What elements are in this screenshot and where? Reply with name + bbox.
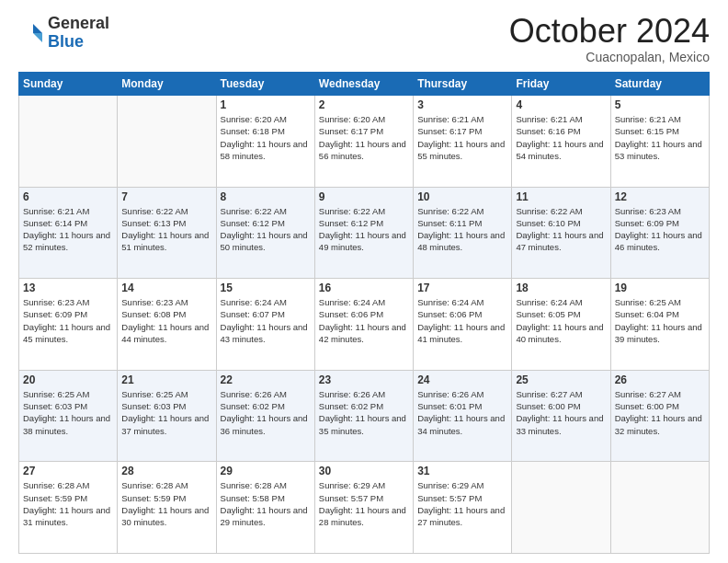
calendar-cell: 14Sunrise: 6:23 AM Sunset: 6:08 PM Dayli… bbox=[118, 279, 216, 371]
page: General Blue October 2024 Cuacnopalan, M… bbox=[0, 0, 728, 563]
calendar-week-row: 1Sunrise: 6:20 AM Sunset: 6:18 PM Daylig… bbox=[19, 96, 710, 188]
day-number: 5 bbox=[615, 98, 705, 111]
day-number: 23 bbox=[319, 373, 409, 386]
cell-info: Sunrise: 6:21 AM Sunset: 6:17 PM Dayligh… bbox=[417, 113, 507, 162]
calendar-cell: 31Sunrise: 6:29 AM Sunset: 5:57 PM Dayli… bbox=[414, 462, 512, 554]
calendar-cell: 11Sunrise: 6:22 AM Sunset: 6:10 PM Dayli… bbox=[512, 187, 610, 279]
cell-info: Sunrise: 6:29 AM Sunset: 5:57 PM Dayligh… bbox=[319, 479, 409, 528]
calendar-cell bbox=[512, 462, 610, 554]
day-number: 13 bbox=[23, 282, 113, 294]
day-number: 10 bbox=[417, 190, 507, 203]
cell-info: Sunrise: 6:27 AM Sunset: 6:00 PM Dayligh… bbox=[615, 388, 705, 437]
cell-info: Sunrise: 6:25 AM Sunset: 6:03 PM Dayligh… bbox=[23, 388, 113, 437]
cell-info: Sunrise: 6:24 AM Sunset: 6:06 PM Dayligh… bbox=[417, 296, 507, 345]
calendar-cell: 17Sunrise: 6:24 AM Sunset: 6:06 PM Dayli… bbox=[414, 279, 512, 371]
cell-info: Sunrise: 6:28 AM Sunset: 5:59 PM Dayligh… bbox=[23, 479, 113, 528]
day-number: 31 bbox=[417, 465, 507, 477]
cell-info: Sunrise: 6:26 AM Sunset: 6:02 PM Dayligh… bbox=[319, 388, 409, 437]
calendar-cell: 18Sunrise: 6:24 AM Sunset: 6:05 PM Dayli… bbox=[512, 279, 610, 371]
calendar-cell: 4Sunrise: 6:21 AM Sunset: 6:16 PM Daylig… bbox=[512, 96, 610, 188]
calendar-cell: 8Sunrise: 6:22 AM Sunset: 6:12 PM Daylig… bbox=[216, 187, 314, 279]
calendar-cell: 5Sunrise: 6:21 AM Sunset: 6:15 PM Daylig… bbox=[610, 96, 709, 188]
weekday-header-thursday: Thursday bbox=[414, 73, 512, 96]
calendar-cell: 6Sunrise: 6:21 AM Sunset: 6:14 PM Daylig… bbox=[19, 187, 118, 279]
weekday-header-wednesday: Wednesday bbox=[314, 73, 413, 96]
cell-info: Sunrise: 6:21 AM Sunset: 6:16 PM Dayligh… bbox=[516, 113, 606, 162]
calendar-cell: 26Sunrise: 6:27 AM Sunset: 6:00 PM Dayli… bbox=[610, 370, 709, 462]
day-number: 24 bbox=[417, 373, 507, 386]
calendar-cell: 12Sunrise: 6:23 AM Sunset: 6:09 PM Dayli… bbox=[610, 187, 709, 279]
day-number: 29 bbox=[221, 465, 311, 477]
calendar-cell bbox=[19, 96, 118, 188]
calendar-cell bbox=[118, 96, 216, 188]
day-number: 15 bbox=[221, 282, 311, 294]
header: General Blue October 2024 Cuacnopalan, M… bbox=[18, 15, 710, 64]
day-number: 12 bbox=[615, 190, 705, 203]
day-number: 21 bbox=[121, 373, 211, 386]
calendar-cell: 30Sunrise: 6:29 AM Sunset: 5:57 PM Dayli… bbox=[314, 462, 413, 554]
calendar-week-row: 6Sunrise: 6:21 AM Sunset: 6:14 PM Daylig… bbox=[19, 187, 710, 279]
weekday-header-monday: Monday bbox=[118, 73, 216, 96]
calendar-cell: 20Sunrise: 6:25 AM Sunset: 6:03 PM Dayli… bbox=[19, 370, 118, 462]
calendar-cell: 13Sunrise: 6:23 AM Sunset: 6:09 PM Dayli… bbox=[19, 279, 118, 371]
day-number: 17 bbox=[417, 282, 507, 294]
calendar-cell: 9Sunrise: 6:22 AM Sunset: 6:12 PM Daylig… bbox=[314, 187, 413, 279]
calendar-cell: 19Sunrise: 6:25 AM Sunset: 6:04 PM Dayli… bbox=[610, 279, 709, 371]
month-title: October 2024 bbox=[509, 15, 710, 48]
weekday-header-saturday: Saturday bbox=[610, 73, 709, 96]
calendar-cell: 10Sunrise: 6:22 AM Sunset: 6:11 PM Dayli… bbox=[414, 187, 512, 279]
cell-info: Sunrise: 6:20 AM Sunset: 6:18 PM Dayligh… bbox=[221, 113, 311, 162]
day-number: 18 bbox=[516, 282, 606, 294]
cell-info: Sunrise: 6:26 AM Sunset: 6:02 PM Dayligh… bbox=[221, 388, 311, 437]
day-number: 2 bbox=[319, 98, 409, 111]
calendar-cell: 24Sunrise: 6:26 AM Sunset: 6:01 PM Dayli… bbox=[414, 370, 512, 462]
cell-info: Sunrise: 6:22 AM Sunset: 6:10 PM Dayligh… bbox=[516, 205, 606, 254]
calendar-cell: 1Sunrise: 6:20 AM Sunset: 6:18 PM Daylig… bbox=[216, 96, 314, 188]
day-number: 30 bbox=[319, 465, 409, 477]
day-number: 6 bbox=[23, 190, 113, 203]
logo: General Blue bbox=[18, 15, 109, 52]
cell-info: Sunrise: 6:25 AM Sunset: 6:03 PM Dayligh… bbox=[121, 388, 211, 437]
calendar-week-row: 13Sunrise: 6:23 AM Sunset: 6:09 PM Dayli… bbox=[19, 279, 710, 371]
day-number: 3 bbox=[417, 98, 507, 111]
svg-marker-1 bbox=[33, 33, 42, 42]
cell-info: Sunrise: 6:21 AM Sunset: 6:14 PM Dayligh… bbox=[23, 205, 113, 254]
calendar-cell: 16Sunrise: 6:24 AM Sunset: 6:06 PM Dayli… bbox=[314, 279, 413, 371]
day-number: 28 bbox=[121, 465, 211, 477]
cell-info: Sunrise: 6:28 AM Sunset: 5:58 PM Dayligh… bbox=[221, 479, 311, 528]
calendar-week-row: 20Sunrise: 6:25 AM Sunset: 6:03 PM Dayli… bbox=[19, 370, 710, 462]
calendar-cell: 29Sunrise: 6:28 AM Sunset: 5:58 PM Dayli… bbox=[216, 462, 314, 554]
cell-info: Sunrise: 6:25 AM Sunset: 6:04 PM Dayligh… bbox=[615, 296, 705, 345]
calendar-cell: 7Sunrise: 6:22 AM Sunset: 6:13 PM Daylig… bbox=[118, 187, 216, 279]
calendar-cell: 22Sunrise: 6:26 AM Sunset: 6:02 PM Dayli… bbox=[216, 370, 314, 462]
cell-info: Sunrise: 6:23 AM Sunset: 6:08 PM Dayligh… bbox=[121, 296, 211, 345]
cell-info: Sunrise: 6:22 AM Sunset: 6:12 PM Dayligh… bbox=[221, 205, 311, 254]
cell-info: Sunrise: 6:28 AM Sunset: 5:59 PM Dayligh… bbox=[121, 479, 211, 528]
calendar-cell: 2Sunrise: 6:20 AM Sunset: 6:17 PM Daylig… bbox=[314, 96, 413, 188]
day-number: 20 bbox=[23, 373, 113, 386]
cell-info: Sunrise: 6:20 AM Sunset: 6:17 PM Dayligh… bbox=[319, 113, 409, 162]
calendar-cell: 21Sunrise: 6:25 AM Sunset: 6:03 PM Dayli… bbox=[118, 370, 216, 462]
cell-info: Sunrise: 6:29 AM Sunset: 5:57 PM Dayligh… bbox=[417, 479, 507, 528]
day-number: 26 bbox=[615, 373, 705, 386]
day-number: 22 bbox=[221, 373, 311, 386]
location: Cuacnopalan, Mexico bbox=[509, 50, 710, 64]
day-number: 7 bbox=[121, 190, 211, 203]
calendar-cell: 28Sunrise: 6:28 AM Sunset: 5:59 PM Dayli… bbox=[118, 462, 216, 554]
day-number: 1 bbox=[221, 98, 311, 111]
weekday-header-tuesday: Tuesday bbox=[216, 73, 314, 96]
day-number: 19 bbox=[615, 282, 705, 294]
svg-marker-0 bbox=[33, 24, 42, 33]
weekday-header-friday: Friday bbox=[512, 73, 610, 96]
cell-info: Sunrise: 6:24 AM Sunset: 6:07 PM Dayligh… bbox=[221, 296, 311, 345]
day-number: 27 bbox=[23, 465, 113, 477]
cell-info: Sunrise: 6:24 AM Sunset: 6:06 PM Dayligh… bbox=[319, 296, 409, 345]
cell-info: Sunrise: 6:24 AM Sunset: 6:05 PM Dayligh… bbox=[516, 296, 606, 345]
cell-info: Sunrise: 6:21 AM Sunset: 6:15 PM Dayligh… bbox=[615, 113, 705, 162]
day-number: 8 bbox=[221, 190, 311, 203]
calendar-cell: 15Sunrise: 6:24 AM Sunset: 6:07 PM Dayli… bbox=[216, 279, 314, 371]
cell-info: Sunrise: 6:22 AM Sunset: 6:11 PM Dayligh… bbox=[417, 205, 507, 254]
calendar-cell bbox=[610, 462, 709, 554]
cell-info: Sunrise: 6:23 AM Sunset: 6:09 PM Dayligh… bbox=[23, 296, 113, 345]
calendar-cell: 23Sunrise: 6:26 AM Sunset: 6:02 PM Dayli… bbox=[314, 370, 413, 462]
